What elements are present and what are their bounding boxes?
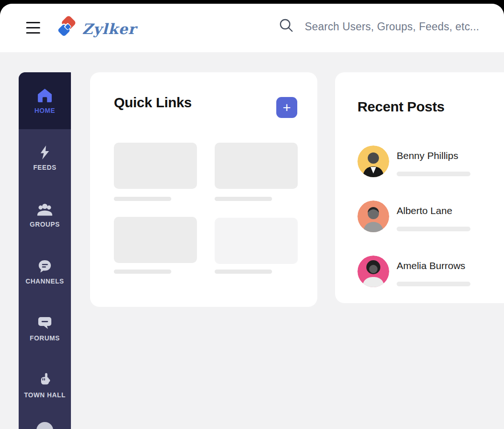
sidebar-item-label: FORUMS <box>30 334 60 342</box>
post-row[interactable]: Alberto Lane <box>357 201 504 232</box>
global-search[interactable]: Search Users, Groups, Feeds, etc... <box>279 18 479 35</box>
post-row[interactable]: Amelia Burrows <box>357 256 504 287</box>
post-placeholder-bar <box>397 282 470 286</box>
zylker-logo-icon <box>55 16 78 42</box>
placeholder-text-bar <box>114 270 171 274</box>
quick-links-card: Quick Links + <box>90 72 317 307</box>
people-icon <box>36 201 53 217</box>
top-header: Zylker Search Users, Groups, Feeds, etc.… <box>0 4 504 52</box>
sidebar-item-label: FEEDS <box>33 164 56 171</box>
lightning-icon <box>38 145 52 160</box>
placeholder-text-bar <box>215 197 272 201</box>
chat-bubble-lines-icon <box>37 258 52 274</box>
recent-posts-title: Recent Posts <box>357 99 444 115</box>
sidebar-item-label: GROUPS <box>30 221 60 228</box>
search-placeholder: Search Users, Groups, Feeds, etc... <box>305 21 479 33</box>
placeholder-text-bar <box>114 197 171 201</box>
sidebar-item-channels[interactable]: CHANNELS <box>19 243 71 300</box>
sidebar-item-label: CHANNELS <box>26 277 64 285</box>
app-logo[interactable]: Zylker <box>55 16 136 42</box>
search-icon <box>279 18 294 35</box>
sidebar-item-feeds[interactable]: FEEDS <box>19 129 71 186</box>
menu-icon[interactable] <box>26 21 41 35</box>
app-window: Zylker Search Users, Groups, Feeds, etc.… <box>0 4 504 429</box>
post-row[interactable]: Benny Phillips <box>357 145 504 177</box>
quick-link-placeholder[interactable] <box>114 217 197 263</box>
sidebar-item-label: HOME <box>35 107 55 114</box>
avatar <box>357 145 389 177</box>
raised-hand-icon <box>38 372 52 388</box>
post-author-name: Alberto Lane <box>397 205 452 216</box>
sidebar-item-home[interactable]: HOME <box>19 72 71 129</box>
post-placeholder-bar <box>397 172 470 176</box>
sidebar-item-partial-icon[interactable] <box>36 422 53 429</box>
quick-link-placeholder[interactable] <box>215 143 298 189</box>
placeholder-text-bar <box>215 270 272 274</box>
quick-link-placeholder[interactable] <box>114 143 197 189</box>
sidebar-nav: HOME FEEDS GROUPS <box>19 72 71 429</box>
post-author-name: Benny Phillips <box>397 150 458 161</box>
sidebar-item-forums[interactable]: FORUMS <box>19 300 71 357</box>
quick-links-title: Quick Links <box>114 95 192 111</box>
add-quick-link-button[interactable]: + <box>276 97 297 118</box>
quick-link-placeholder[interactable] <box>215 218 298 264</box>
sidebar-item-label: TOWN HALL <box>24 391 65 399</box>
logo-wordmark: Zylker <box>82 21 136 37</box>
sidebar-item-groups[interactable]: GROUPS <box>19 186 71 243</box>
chat-bubble-icon <box>37 315 52 331</box>
post-placeholder-bar <box>397 227 470 231</box>
sidebar-item-town-hall[interactable]: TOWN HALL <box>19 357 71 414</box>
post-author-name: Amelia Burrows <box>397 260 465 271</box>
avatar <box>357 201 389 232</box>
avatar <box>357 256 389 287</box>
home-icon <box>37 88 53 104</box>
recent-posts-card: Recent Posts Benny Phillips <box>335 72 504 303</box>
